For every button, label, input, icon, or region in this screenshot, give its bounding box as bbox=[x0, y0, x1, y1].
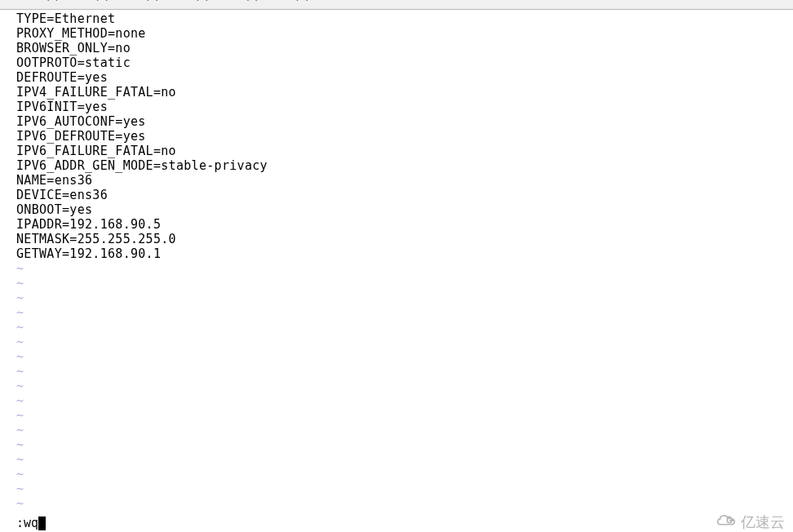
file-content: TYPE=EthernetPROXY_METHOD=noneBROWSER_ON… bbox=[16, 11, 793, 261]
vim-tilde: ~ bbox=[16, 452, 793, 467]
vim-tilde: ~ bbox=[16, 349, 793, 364]
vim-tilde: ~ bbox=[16, 379, 793, 393]
config-line: PROXY_METHOD=none bbox=[16, 26, 793, 41]
vim-tilde: ~ bbox=[16, 437, 793, 452]
config-line: BROWSER_ONLY=no bbox=[16, 41, 793, 55]
config-line: IPV6_FAILURE_FATAL=no bbox=[16, 144, 793, 158]
config-line: DEVICE=ens36 bbox=[16, 188, 793, 202]
watermark: 亿速云 bbox=[715, 512, 785, 532]
vim-tilde: ~ bbox=[16, 320, 793, 335]
command-text: wq bbox=[24, 516, 38, 530]
vim-tilde: ~ bbox=[16, 496, 793, 511]
config-line: IPV6INIT=yes bbox=[16, 100, 793, 114]
config-line: IPV6_ADDR_GEN_MODE=stable-privacy bbox=[16, 158, 793, 173]
vim-tilde: ~ bbox=[16, 335, 793, 349]
command-prefix: : bbox=[16, 516, 24, 530]
cursor bbox=[38, 516, 46, 530]
watermark-text: 亿速云 bbox=[741, 512, 785, 532]
vim-tilde: ~ bbox=[16, 393, 793, 408]
config-line: NETMASK=255.255.255.0 bbox=[16, 232, 793, 246]
config-line: TYPE=Ethernet bbox=[16, 11, 793, 26]
vim-tilde: ~ bbox=[16, 481, 793, 496]
config-line: NAME=ens36 bbox=[16, 173, 793, 188]
empty-lines: ~~~~~~~~~~~~~~~~~ bbox=[16, 261, 793, 511]
config-line: IPV6_DEFROUTE=yes bbox=[16, 129, 793, 144]
vim-tilde: ~ bbox=[16, 423, 793, 437]
editor-area[interactable]: TYPE=EthernetPROXY_METHOD=noneBROWSER_ON… bbox=[0, 10, 793, 511]
menubar: 文件(F) 编辑(E) 查看(V) 搜索(S) 终端(T) 帮助(H) bbox=[0, 0, 793, 10]
vim-tilde: ~ bbox=[16, 305, 793, 320]
config-line: IPADDR=192.168.90.5 bbox=[16, 217, 793, 232]
config-line: DEFROUTE=yes bbox=[16, 70, 793, 85]
vim-tilde: ~ bbox=[16, 467, 793, 481]
vim-tilde: ~ bbox=[16, 408, 793, 423]
config-line: IPV4_FAILURE_FATAL=no bbox=[16, 85, 793, 100]
config-line: OOTPROTO=static bbox=[16, 55, 793, 70]
vim-tilde: ~ bbox=[16, 290, 793, 305]
vim-tilde: ~ bbox=[16, 276, 793, 290]
vim-tilde: ~ bbox=[16, 364, 793, 379]
vim-command-line[interactable]: :wq bbox=[16, 516, 793, 530]
cloud-icon bbox=[715, 512, 738, 532]
config-line: IPV6_AUTOCONF=yes bbox=[16, 114, 793, 129]
config-line: GETWAY=192.168.90.1 bbox=[16, 246, 793, 261]
vim-tilde: ~ bbox=[16, 261, 793, 276]
config-line: ONBOOT=yes bbox=[16, 202, 793, 217]
